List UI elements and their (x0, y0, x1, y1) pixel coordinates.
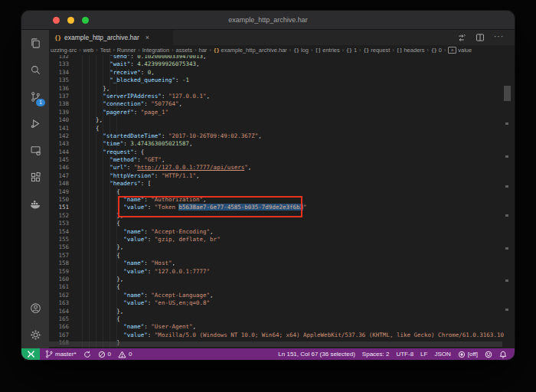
code-line-144[interactable]: 144 "request": { (49, 149, 504, 156)
open-changes-icon[interactable] (456, 33, 466, 43)
breadcrumb-item-headers[interactable]: []headers (397, 47, 425, 54)
breadcrumb-item-runner[interactable]: Runner (117, 47, 136, 54)
code-line-136[interactable]: 136 }, (49, 85, 504, 93)
code-line-134[interactable]: 134 "receive": 0, (49, 69, 504, 77)
tab-label: example_http_archive.har (64, 34, 139, 41)
code-line-137[interactable]: 137 "serverIPAddress": "127.0.0.1", (49, 93, 504, 100)
breadcrumb-item-entries[interactable]: []entries (315, 47, 339, 54)
status-feedback[interactable] (485, 351, 492, 358)
status-errors[interactable]: 0 (98, 351, 111, 358)
status-eol[interactable]: LF (420, 351, 427, 358)
activity-bar-extensions-icon[interactable] (21, 164, 49, 191)
split-editor-icon[interactable] (476, 33, 485, 42)
code-line-149[interactable]: 149 { (49, 188, 504, 196)
code-line-150[interactable]: 150 "name": "Authorization", (49, 196, 504, 204)
status-language-mode[interactable]: JSON (434, 351, 450, 358)
status-notifications[interactable] (499, 351, 507, 358)
status-cursor-position[interactable]: Ln 151, Col 67 (36 selected) (278, 351, 355, 358)
breadcrumb-separator: › (96, 47, 97, 53)
code-line-133[interactable]: 133 "wait": 4.423999926075343, (49, 60, 504, 68)
title-bar[interactable]: example_http_archive.har (21, 11, 515, 30)
line-number: 136 (49, 85, 69, 93)
tab-close-icon[interactable]: × (145, 34, 149, 41)
code-line-162[interactable]: 162 "name": "Accept-Language", (49, 292, 504, 299)
code-line-140[interactable]: 140 }, (49, 116, 504, 124)
code-line-167[interactable]: 167 "value": "Mozilla/5.0 (Windows NT 10… (49, 332, 504, 339)
code-line-163[interactable]: 163 "value": "en-US,en;q=0.8" (49, 299, 504, 307)
breadcrumb-separator: › (79, 47, 80, 53)
status-warnings[interactable]: 0 (118, 351, 132, 358)
activity-bar-search-icon[interactable] (21, 57, 49, 83)
code-line-166[interactable]: 166 "name": "User-Agent", (49, 323, 504, 331)
status-sync[interactable] (83, 351, 91, 358)
code-line-145[interactable]: 145 "method": "GET", (49, 156, 504, 164)
code-line-154[interactable]: 154 "name": "Accept-Encoding", (49, 228, 504, 236)
breadcrumb-item-web[interactable]: web (83, 47, 94, 54)
line-number: 154 (49, 228, 69, 236)
code-line-143[interactable]: 143 "time": 3.474363005021587, (49, 140, 504, 148)
breadcrumb-item-0[interactable]: {}0 (431, 47, 442, 54)
breadcrumb-item-example-http-archive-har[interactable]: {}example_http_archive.har (214, 47, 287, 54)
code-line-152[interactable]: 152 }, (49, 212, 504, 220)
code-line-155[interactable]: 155 "value": "gzip, deflate, br" (49, 236, 504, 243)
line-number: 147 (49, 172, 69, 180)
status-git-branch[interactable]: master* (45, 350, 77, 358)
line-number: 144 (49, 149, 69, 156)
breadcrumb-item-1[interactable]: {}1 (346, 47, 357, 54)
status-indentation[interactable]: Spaces: 2 (362, 351, 390, 358)
object-symbol-icon: {} (431, 47, 437, 54)
breadcrumb-item-test[interactable]: Test (100, 47, 111, 54)
code-line-153[interactable]: 153 { (49, 220, 504, 227)
code-line-142[interactable]: 142 "startedDateTime": "2017-10-26T09:49… (49, 132, 504, 140)
code-line-135[interactable]: 135 "_blocked_queueing": -1 (49, 77, 504, 84)
more-actions-icon[interactable]: ··· (494, 32, 504, 41)
activity-bar-settings-icon[interactable] (21, 322, 49, 348)
code-line-159[interactable]: 159 "value": "127.0.0.1:7777" (49, 268, 504, 276)
code-line-138[interactable]: 138 "connection": "507764", (49, 100, 504, 108)
code-line-161[interactable]: 161 { (49, 283, 504, 291)
remote-indicator[interactable] (21, 348, 40, 360)
status-encoding[interactable]: UTF-8 (396, 351, 413, 358)
breadcrumb-separator: › (392, 47, 394, 53)
breadcrumb-item-log[interactable]: {}log (293, 47, 309, 54)
status-screencast-mode[interactable]: [off] (458, 351, 478, 358)
object-symbol-icon: {} (214, 47, 220, 54)
code-line-157[interactable]: 157 { (49, 252, 504, 260)
code-line-151[interactable]: 151 "value": "Token b5638ae7-6e77-4585-b… (49, 204, 504, 211)
line-number: 157 (49, 252, 69, 260)
tab-example-http-archive[interactable]: {} example_http_archive.har × (49, 30, 173, 45)
vertical-scrollbar[interactable] (504, 86, 511, 101)
breadcrumb-item-uzzing-src[interactable]: uzzing-src (51, 47, 77, 54)
line-number: 164 (49, 308, 69, 315)
code-line-164[interactable]: 164 }, (49, 308, 504, 315)
line-number: 163 (49, 299, 69, 307)
line-number: 153 (49, 220, 69, 227)
editor-code-area[interactable]: 132 "send": 0.10200000339470013,133 "wai… (49, 53, 504, 348)
breadcrumb-separator: › (444, 47, 446, 53)
horizontal-scrollbar[interactable] (49, 341, 502, 347)
breadcrumb-item-assets[interactable]: assets (176, 47, 193, 54)
code-line-160[interactable]: 160 }, (49, 276, 504, 283)
breadcrumb-item-value[interactable]: avalue (448, 47, 472, 54)
code-line-146[interactable]: 146 "url": "http://127.0.0.1:7777/api/us… (49, 164, 504, 172)
activity-bar-source-control-icon[interactable]: 1 (21, 83, 49, 110)
code-line-165[interactable]: 165 { (49, 315, 504, 323)
activity-bar-remote-explorer-icon[interactable] (21, 137, 49, 164)
breadcrumb-item-request[interactable]: {}request (363, 47, 390, 54)
vscode-window: example_http_archive.har 1 {} example_ht… (21, 11, 515, 360)
activity-bar-docker-icon[interactable] (21, 191, 49, 217)
activity-bar-run-debug-icon[interactable] (21, 110, 49, 137)
code-line-147[interactable]: 147 "httpVersion": "HTTP/1.1", (49, 172, 504, 180)
activity-bar-explorer-icon[interactable] (21, 30, 49, 57)
code-line-148[interactable]: 148 "headers": [ (49, 180, 504, 188)
breadcrumb-item-integration[interactable]: Integration (142, 47, 169, 54)
code-line-156[interactable]: 156 }, (49, 243, 504, 251)
line-number: 155 (49, 236, 69, 243)
code-line-158[interactable]: 158 "name": "Host", (49, 260, 504, 267)
breadcrumb-separator: › (289, 47, 291, 53)
line-number: 141 (49, 125, 69, 132)
breadcrumb-item-har[interactable]: har (199, 47, 208, 54)
code-line-139[interactable]: 139 "pageref": "page_1" (49, 109, 504, 116)
activity-bar-accounts-icon[interactable] (21, 295, 49, 322)
code-line-141[interactable]: 141 { (49, 125, 504, 132)
